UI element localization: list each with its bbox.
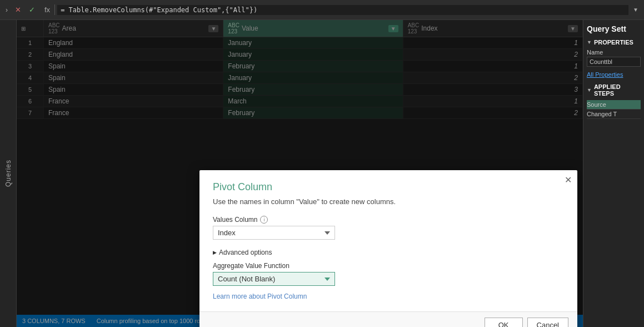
collapse-panel-icon[interactable]: › xyxy=(3,5,10,15)
confirm-formula-button[interactable]: ✓ xyxy=(26,4,38,15)
cancel-formula-button[interactable]: ✕ xyxy=(12,4,24,15)
formula-dropdown-icon[interactable]: ▼ xyxy=(631,6,641,14)
modal-body: Pivot Column Use the names in column "Va… xyxy=(199,170,577,311)
values-column-info-icon[interactable]: i xyxy=(260,216,268,224)
modal-title: Pivot Column xyxy=(213,181,564,193)
name-prop-value[interactable]: Counttbl xyxy=(587,57,641,67)
modal-footer: OK Cancel xyxy=(199,311,577,327)
applied-step-item[interactable]: Changed T xyxy=(587,110,641,119)
learn-more-link[interactable]: Learn more about Pivot Column xyxy=(213,293,564,300)
ok-button[interactable]: OK xyxy=(485,318,523,327)
right-panel-title: Query Sett xyxy=(587,24,641,33)
modal-description: Use the names in column "Value" to creat… xyxy=(213,197,564,206)
formula-bar: › ✕ ✓ fx ▼ xyxy=(0,0,644,20)
pivot-column-dialog: ✕ Pivot Column Use the names in column "… xyxy=(199,170,577,327)
all-properties-link[interactable]: All Properties xyxy=(587,71,641,78)
applied-steps-section-header: ▼ APPLIED STEPS xyxy=(587,83,641,97)
grid-area: ⊞ ABC123 Area ▼ ABC123 xyxy=(17,20,583,327)
properties-triangle: ▼ xyxy=(587,39,592,45)
modal-overlay: ✕ Pivot Column Use the names in column "… xyxy=(17,20,583,327)
name-prop-label: Name xyxy=(587,49,641,56)
advanced-options-triangle: ▶ xyxy=(213,250,217,255)
queries-label: Queries xyxy=(4,160,12,187)
applied-steps-triangle: ▼ xyxy=(587,87,592,93)
applied-step-item[interactable]: Source xyxy=(587,100,641,110)
advanced-options-label: Advanced options xyxy=(219,249,272,256)
right-panel: Query Sett ▼ PROPERTIES Name Counttbl Al… xyxy=(583,20,644,327)
fx-label: fx xyxy=(40,4,55,15)
aggregate-label: Aggregate Value Function xyxy=(213,262,564,270)
values-column-label: Values Column i xyxy=(213,216,564,224)
close-dialog-button[interactable]: ✕ xyxy=(565,175,572,185)
values-column-select[interactable]: IndexValueArea xyxy=(213,226,335,240)
advanced-options-toggle[interactable]: ▶ Advanced options xyxy=(213,249,564,256)
main-area: Queries ⊞ ABC123 Area xyxy=(0,20,644,327)
cancel-button[interactable]: Cancel xyxy=(527,318,568,327)
formula-input[interactable] xyxy=(57,5,628,15)
properties-section-header: ▼ PROPERTIES xyxy=(587,39,641,46)
applied-steps-list: SourceChanged T xyxy=(587,100,641,119)
queries-panel: Queries xyxy=(0,20,17,327)
aggregate-select[interactable]: Count (Not Blank)SumAverageMinMaxCount R… xyxy=(213,272,335,286)
